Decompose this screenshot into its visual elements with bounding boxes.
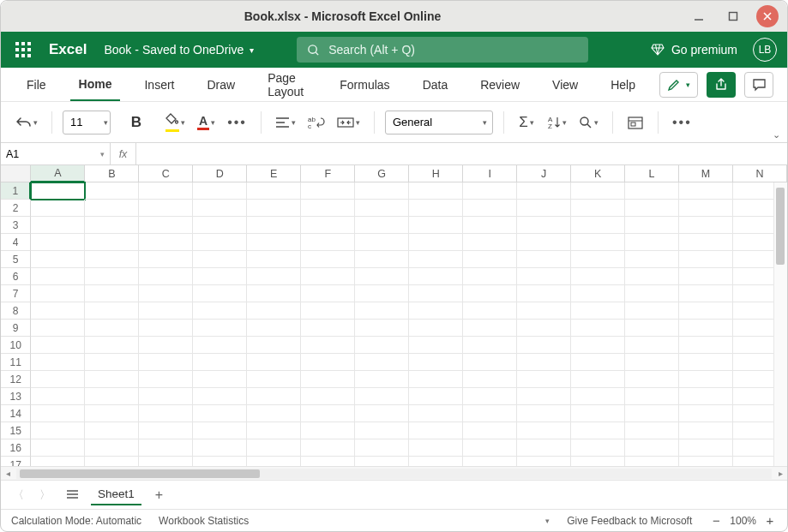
cell[interactable] — [409, 439, 463, 457]
zoom-in-button[interactable]: + — [763, 513, 777, 528]
cell[interactable] — [31, 182, 85, 200]
calc-mode-label[interactable]: Calculation Mode: Automatic — [11, 515, 141, 527]
sheet-tab[interactable]: Sheet1 — [91, 484, 141, 505]
tab-insert[interactable]: Insert — [135, 68, 183, 101]
cell[interactable] — [409, 268, 463, 285]
cell[interactable] — [517, 200, 571, 217]
cell[interactable] — [679, 251, 733, 268]
cell[interactable] — [247, 439, 301, 457]
cell[interactable] — [31, 439, 85, 457]
horizontal-scroll-track[interactable] — [16, 469, 772, 479]
cell[interactable] — [139, 285, 193, 302]
cell[interactable] — [85, 337, 139, 354]
cell[interactable] — [85, 182, 139, 200]
cell[interactable] — [355, 439, 409, 457]
cell[interactable] — [679, 268, 733, 285]
cell[interactable] — [679, 354, 733, 371]
cell[interactable] — [463, 285, 517, 302]
cell[interactable] — [463, 302, 517, 320]
addins-button[interactable] — [623, 109, 647, 136]
sheet-nav-next[interactable]: 〉 — [36, 487, 54, 503]
cell[interactable] — [625, 182, 679, 200]
row-header[interactable]: 6 — [1, 268, 31, 285]
cell[interactable] — [463, 251, 517, 268]
column-header[interactable]: I — [463, 165, 517, 182]
cell[interactable] — [31, 268, 85, 285]
cell[interactable] — [247, 200, 301, 217]
cell[interactable] — [85, 439, 139, 457]
cell[interactable] — [247, 217, 301, 234]
cell[interactable] — [463, 457, 517, 466]
cell[interactable] — [409, 371, 463, 388]
cell[interactable] — [571, 337, 625, 354]
cell[interactable] — [301, 405, 355, 422]
row-header[interactable]: 7 — [1, 285, 31, 302]
cell[interactable] — [679, 182, 733, 200]
cell[interactable] — [463, 200, 517, 217]
font-size-input[interactable]: 11 ▾ — [63, 111, 111, 134]
cell[interactable] — [139, 439, 193, 457]
tab-data[interactable]: Data — [414, 68, 457, 101]
cell[interactable] — [139, 268, 193, 285]
row-header[interactable]: 2 — [1, 200, 31, 217]
cell[interactable] — [517, 182, 571, 200]
cell[interactable] — [517, 354, 571, 371]
cell[interactable] — [193, 405, 247, 422]
cell[interactable] — [301, 182, 355, 200]
cell[interactable] — [85, 405, 139, 422]
cell[interactable] — [139, 457, 193, 466]
cell[interactable] — [247, 234, 301, 251]
cell[interactable] — [571, 320, 625, 337]
cell[interactable] — [679, 200, 733, 217]
row-header[interactable]: 11 — [1, 354, 31, 371]
cell[interactable] — [679, 422, 733, 439]
cell[interactable] — [85, 217, 139, 234]
tab-home[interactable]: Home — [70, 68, 121, 101]
cell[interactable] — [301, 457, 355, 466]
row-header[interactable]: 12 — [1, 371, 31, 388]
cell[interactable] — [301, 337, 355, 354]
cell[interactable] — [679, 457, 733, 466]
cell[interactable] — [31, 234, 85, 251]
find-button[interactable]: ▾ — [575, 109, 602, 136]
more-font-button[interactable]: ••• — [224, 109, 250, 136]
row-header[interactable]: 3 — [1, 217, 31, 234]
cell[interactable] — [355, 388, 409, 405]
cell[interactable] — [85, 422, 139, 439]
row-header[interactable]: 8 — [1, 302, 31, 320]
cell[interactable] — [571, 268, 625, 285]
cell[interactable] — [301, 251, 355, 268]
cell[interactable] — [193, 268, 247, 285]
cell[interactable] — [247, 182, 301, 200]
cell[interactable] — [409, 457, 463, 466]
cell[interactable] — [571, 457, 625, 466]
cell[interactable] — [571, 354, 625, 371]
cell[interactable] — [625, 422, 679, 439]
cell[interactable] — [517, 371, 571, 388]
user-avatar[interactable]: LB — [753, 38, 777, 62]
cell[interactable] — [679, 388, 733, 405]
row-header[interactable]: 16 — [1, 439, 31, 457]
cell[interactable] — [31, 200, 85, 217]
cell[interactable] — [517, 302, 571, 320]
cell[interactable] — [301, 320, 355, 337]
tab-draw[interactable]: Draw — [198, 68, 244, 101]
ribbon-collapse-button[interactable]: ⌄ — [773, 129, 780, 140]
cell[interactable] — [517, 217, 571, 234]
fx-label[interactable]: fx — [111, 143, 136, 164]
cell[interactable] — [247, 354, 301, 371]
cell[interactable] — [301, 371, 355, 388]
cell[interactable] — [463, 268, 517, 285]
column-header[interactable]: N — [733, 165, 787, 182]
cell[interactable] — [139, 337, 193, 354]
cell[interactable] — [625, 320, 679, 337]
status-menu-button[interactable]: ▾ — [545, 517, 550, 525]
cell[interactable] — [517, 285, 571, 302]
cell[interactable] — [139, 405, 193, 422]
cell[interactable] — [31, 320, 85, 337]
row-header[interactable]: 10 — [1, 337, 31, 354]
cell[interactable] — [85, 457, 139, 466]
cell[interactable] — [625, 439, 679, 457]
cell[interactable] — [355, 302, 409, 320]
cell[interactable] — [409, 302, 463, 320]
